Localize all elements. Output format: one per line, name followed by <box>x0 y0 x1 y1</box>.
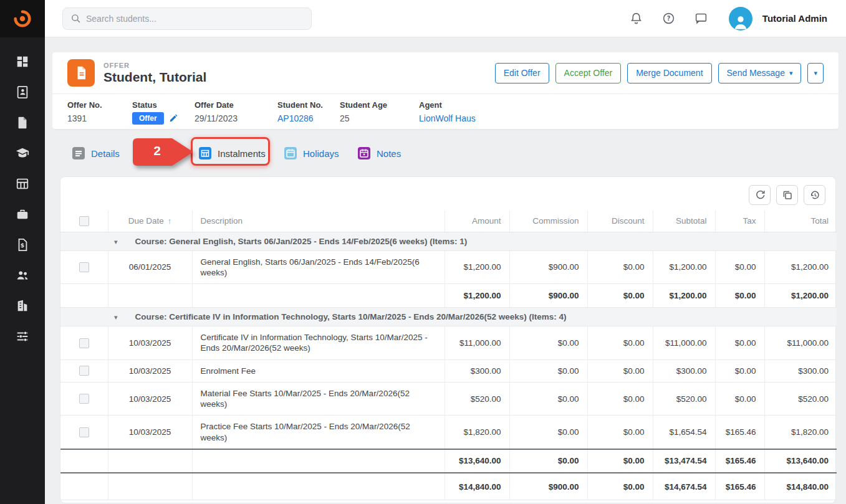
history-button[interactable] <box>804 185 825 205</box>
tab-notes[interactable]: Notes <box>357 140 401 167</box>
accept-offer-button[interactable]: Accept Offer <box>555 63 622 83</box>
student-no-link[interactable]: AP10286 <box>277 113 340 123</box>
table-row: 06/01/2025 General English, Starts 06/Ja… <box>60 250 837 284</box>
search-input[interactable] <box>86 14 304 24</box>
svg-text:?: ? <box>667 15 671 22</box>
column-subtotal[interactable]: Subtotal <box>653 211 715 232</box>
table-header-row: Due Date↑ Description Amount Commission … <box>60 211 837 232</box>
cell-tax: $0.00 <box>715 382 764 416</box>
chevron-down-icon: ▾ <box>814 70 817 77</box>
row-checkbox[interactable] <box>79 427 89 437</box>
cell-total: $1,820.00 <box>764 416 837 449</box>
column-amount[interactable]: Amount <box>445 211 509 232</box>
row-checkbox[interactable] <box>79 338 89 348</box>
duplicate-button[interactable] <box>776 185 798 205</box>
group-header-row[interactable]: ▾Course: General English, Starts 06/Jan/… <box>60 232 837 250</box>
collapse-group-icon[interactable]: ▾ <box>114 238 118 245</box>
sidebar-item-organisation[interactable] <box>14 299 31 313</box>
cell-subtotal: $11,000.00 <box>653 326 715 360</box>
info-student-age: Student Age 25 <box>340 100 419 125</box>
app-logo[interactable] <box>0 0 45 37</box>
sidebar-item-settings[interactable] <box>14 330 31 343</box>
invoice-dollar-icon: $ <box>16 238 29 252</box>
page-title: Student, Tutorial <box>103 70 206 85</box>
group-title: Course: Certificate IV in Information Te… <box>135 312 567 321</box>
search-box[interactable] <box>62 7 312 30</box>
table-row: 10/03/2025 Material Fee Starts 10/Mar/20… <box>60 382 837 416</box>
instalments-table: Due Date↑ Description Amount Commission … <box>60 211 837 500</box>
document-icon <box>16 116 29 130</box>
sidebar-item-jobs[interactable] <box>14 207 31 221</box>
sidebar-item-finance[interactable]: $ <box>14 238 31 252</box>
column-commission[interactable]: Commission <box>509 211 587 232</box>
refresh-icon <box>754 189 766 201</box>
merge-document-button[interactable]: Merge Document <box>627 63 711 83</box>
info-student-no: Student No. AP10286 <box>277 100 340 125</box>
help-button[interactable]: ? <box>661 11 676 26</box>
notifications-button[interactable] <box>629 11 644 26</box>
cell-total: $1,200.00 <box>764 250 837 284</box>
sidebar-item-contacts[interactable] <box>14 85 31 99</box>
column-tax[interactable]: Tax <box>715 211 764 232</box>
cell-commission: $0.00 <box>509 359 587 382</box>
sidebar-item-offers[interactable] <box>14 116 31 130</box>
cell-discount: $0.00 <box>587 416 653 449</box>
edit-status-icon[interactable] <box>168 114 178 123</box>
cell-tax: $0.00 <box>715 250 764 284</box>
more-actions-button[interactable]: ▾ <box>807 63 824 83</box>
edit-offer-button[interactable]: Edit Offer <box>495 63 549 83</box>
refresh-button[interactable] <box>749 185 771 205</box>
offer-type-icon <box>67 59 95 87</box>
grand-amount: $14,840.00 <box>445 473 509 500</box>
row-checkbox[interactable] <box>79 262 89 272</box>
table-toolbar <box>60 177 835 211</box>
sort-asc-icon[interactable]: ↑ <box>168 216 172 226</box>
table-row: 10/03/2025 Enrolment Fee $300.00 $0.00 $… <box>60 359 837 382</box>
instalments-panel: Due Date↑ Description Amount Commission … <box>60 176 836 503</box>
sidebar-item-timetable[interactable] <box>14 177 31 191</box>
collapse-group-icon[interactable]: ▾ <box>114 313 118 321</box>
chat-icon <box>695 12 708 25</box>
building-icon <box>16 299 29 313</box>
cell-description: General English, Starts 06/Jan/2025 - En… <box>192 250 445 284</box>
row-checkbox[interactable] <box>79 394 89 404</box>
tab-holidays[interactable]: Holidays <box>284 140 339 167</box>
holidays-tab-icon <box>284 146 297 160</box>
brand-swirl-icon <box>12 8 33 29</box>
table-grid-icon <box>16 177 29 191</box>
app-root: $ ? <box>0 0 846 504</box>
sidebar-item-dashboard[interactable] <box>14 55 31 69</box>
tab-instalments[interactable]: Instalments <box>198 140 266 167</box>
offer-document-icon <box>73 65 89 81</box>
group-header-row[interactable]: ▾Course: Certificate IV in Information T… <box>60 308 837 326</box>
avatar[interactable] <box>729 7 752 31</box>
contacts-icon <box>16 85 29 99</box>
offer-actions: Edit Offer Accept Offer Merge Document S… <box>495 63 824 83</box>
cell-total: $520.00 <box>764 382 837 416</box>
grand-commission: $900.00 <box>509 473 587 500</box>
column-due-date[interactable]: Due Date↑ <box>108 211 192 232</box>
topbar: ? Tutorial Admin <box>45 0 846 37</box>
subtotal-commission: $900.00 <box>509 284 587 308</box>
group-subtotal-row: $13,640.00 $0.00 $0.00 $13,474.54 $165.4… <box>60 449 837 473</box>
send-message-button[interactable]: Send Message ▾ <box>718 63 802 83</box>
cell-amount: $1,200.00 <box>445 250 509 284</box>
grand-discount: $0.00 <box>587 473 653 500</box>
cell-subtotal: $1,654.54 <box>653 416 715 449</box>
column-description[interactable]: Description <box>192 211 445 232</box>
cell-amount: $1,820.00 <box>445 416 509 449</box>
cell-due-date: 10/03/2025 <box>108 416 192 449</box>
svg-text:$: $ <box>21 242 24 249</box>
sidebar-item-users[interactable] <box>14 269 31 282</box>
select-all-checkbox[interactable] <box>79 216 89 226</box>
sidebar-item-courses[interactable] <box>14 146 31 160</box>
tab-details[interactable]: Details <box>72 140 120 167</box>
chat-button[interactable] <box>694 11 709 26</box>
column-total[interactable]: Total <box>764 211 837 232</box>
agent-link[interactable]: LionWolf Haus <box>419 113 476 123</box>
user-name[interactable]: Tutorial Admin <box>762 13 827 24</box>
row-checkbox[interactable] <box>79 366 89 376</box>
subtotal-subtotal: $13,474.54 <box>653 449 715 473</box>
column-discount[interactable]: Discount <box>587 211 653 232</box>
cell-discount: $0.00 <box>587 382 653 416</box>
